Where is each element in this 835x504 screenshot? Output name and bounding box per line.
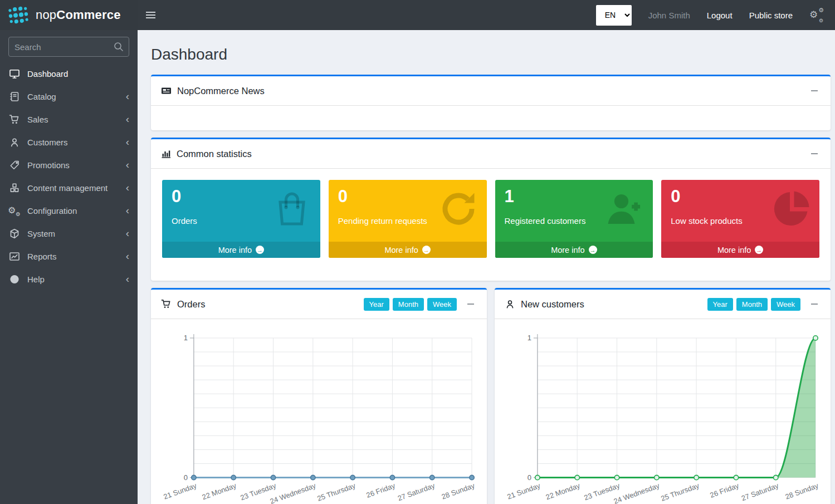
newspaper-icon bbox=[161, 86, 172, 95]
news-panel: NopCommerce News bbox=[151, 75, 831, 130]
collapse-button[interactable] bbox=[808, 85, 821, 97]
chevron-left-icon: ‹ bbox=[126, 228, 129, 240]
svg-text:27 Saturday: 27 Saturday bbox=[740, 481, 780, 502]
collapse-button[interactable] bbox=[808, 298, 821, 310]
svg-text:22 Monday: 22 Monday bbox=[201, 481, 238, 501]
user-name-link[interactable]: John Smith bbox=[648, 11, 690, 20]
news-panel-title: NopCommerce News bbox=[177, 86, 265, 96]
gears-icon: ⚙⚙ bbox=[8, 205, 21, 216]
sidebar-item-content-management[interactable]: Content management ‹ bbox=[0, 177, 138, 199]
arrow-circle-icon: → bbox=[755, 246, 763, 254]
svg-text:26 Friday: 26 Friday bbox=[709, 481, 740, 500]
arrow-circle-icon: → bbox=[589, 246, 597, 254]
new-customers-line-chart: 0121 Sunday22 Monday23 Tuesday24 Wednesd… bbox=[495, 322, 831, 504]
chevron-left-icon: ‹ bbox=[126, 273, 129, 286]
sidebar-toggle-button[interactable] bbox=[138, 0, 163, 30]
svg-text:24 Wednesday: 24 Wednesday bbox=[269, 481, 318, 504]
common-statistics-panel: Common statistics 0 Orders More info → 0… bbox=[151, 138, 831, 281]
chevron-left-icon: ‹ bbox=[126, 159, 129, 172]
new-customers-chart-panel: New customers Year Month Week 0121 Sunda… bbox=[495, 288, 831, 504]
sidebar-item-sales[interactable]: Sales ‹ bbox=[0, 108, 138, 131]
settings-gears-icon[interactable]: ⚙⚙⚙ bbox=[809, 8, 824, 22]
more-info-link[interactable]: More info → bbox=[329, 242, 487, 258]
cart-icon bbox=[161, 299, 172, 309]
user-plus-icon bbox=[603, 189, 645, 231]
svg-text:21 Sunday: 21 Sunday bbox=[506, 481, 541, 501]
orders-chart-panel: Orders Year Month Week 0121 Sunday22 Mon… bbox=[151, 288, 487, 504]
sidebar-item-customers[interactable]: Customers ‹ bbox=[0, 131, 138, 154]
chevron-left-icon: ‹ bbox=[126, 182, 129, 194]
week-button[interactable]: Week bbox=[771, 298, 800, 311]
collapse-button[interactable] bbox=[808, 148, 821, 160]
chevron-left-icon: ‹ bbox=[126, 205, 129, 217]
logout-link[interactable]: Logout bbox=[707, 11, 733, 20]
arrow-circle-icon: → bbox=[422, 246, 431, 254]
rotate-right-icon bbox=[438, 189, 479, 231]
svg-text:0: 0 bbox=[528, 473, 531, 482]
orders-panel-title: Orders bbox=[177, 299, 205, 310]
month-button[interactable]: Month bbox=[393, 298, 424, 311]
cart-icon bbox=[8, 114, 21, 125]
svg-text:24 Wednesday: 24 Wednesday bbox=[613, 481, 661, 504]
cubes-icon bbox=[8, 183, 21, 193]
sidebar-item-help[interactable]: ? Help ‹ bbox=[0, 268, 138, 291]
svg-text:25 Thursday: 25 Thursday bbox=[660, 481, 700, 503]
sidebar-menu: Dashboard Catalog ‹ Sales ‹ Customers ‹ bbox=[0, 62, 138, 291]
arrow-circle-icon: → bbox=[256, 246, 264, 254]
pending-returns-stat-card: 0 Pending return requests More info → bbox=[329, 180, 487, 258]
sidebar-item-system[interactable]: System ‹ bbox=[0, 222, 138, 245]
month-button[interactable]: Month bbox=[736, 298, 768, 311]
search-input[interactable] bbox=[8, 37, 129, 57]
svg-text:27 Saturday: 27 Saturday bbox=[397, 481, 436, 502]
registered-customers-stat-card: 1 Registered customers More info → bbox=[495, 180, 653, 258]
language-select[interactable]: EN bbox=[596, 5, 632, 26]
top-navbar: nopCommerce EN John Smith Logout Public … bbox=[0, 0, 835, 30]
sidebar-item-promotions[interactable]: Promotions ‹ bbox=[0, 154, 138, 177]
chevron-left-icon: ‹ bbox=[126, 114, 129, 126]
svg-text:28 Sunday: 28 Sunday bbox=[784, 481, 820, 501]
year-button[interactable]: Year bbox=[364, 298, 389, 311]
main-content: Dashboard NopCommerce News Common statis… bbox=[138, 30, 835, 504]
pie-chart-icon bbox=[771, 189, 812, 231]
person-icon bbox=[505, 299, 515, 309]
orders-line-chart: 0121 Sunday22 Monday23 Tuesday24 Wednesd… bbox=[151, 322, 487, 504]
brand-logo[interactable]: nopCommerce bbox=[0, 0, 138, 30]
year-button[interactable]: Year bbox=[707, 298, 733, 311]
news-panel-body bbox=[151, 106, 831, 130]
sidebar-item-catalog[interactable]: Catalog ‹ bbox=[0, 85, 138, 108]
nopcommerce-dots-icon bbox=[6, 4, 31, 26]
svg-text:0: 0 bbox=[184, 473, 188, 482]
svg-text:25 Thursday: 25 Thursday bbox=[316, 481, 357, 503]
sidebar-item-dashboard[interactable]: Dashboard bbox=[0, 62, 138, 85]
chevron-left-icon: ‹ bbox=[126, 91, 129, 103]
bar-chart-icon bbox=[161, 149, 171, 158]
question-circle-icon: ? bbox=[8, 274, 21, 285]
orders-stat-card: 0 Orders More info → bbox=[162, 180, 320, 258]
svg-text:?: ? bbox=[13, 276, 16, 282]
chart-line-icon bbox=[8, 251, 21, 262]
svg-text:22 Monday: 22 Monday bbox=[545, 481, 582, 501]
search-icon[interactable] bbox=[113, 41, 124, 52]
chevron-left-icon: ‹ bbox=[126, 136, 129, 149]
collapse-button[interactable] bbox=[465, 298, 477, 310]
more-info-link[interactable]: More info → bbox=[661, 242, 819, 258]
sidebar-item-reports[interactable]: Reports ‹ bbox=[0, 245, 138, 268]
svg-text:26 Friday: 26 Friday bbox=[365, 481, 397, 500]
statistics-panel-title: Common statistics bbox=[177, 149, 252, 159]
svg-text:28 Sunday: 28 Sunday bbox=[441, 481, 476, 501]
new-customers-panel-title: New customers bbox=[521, 299, 584, 310]
dashboard-icon bbox=[8, 68, 21, 79]
week-button[interactable]: Week bbox=[427, 298, 457, 311]
person-icon bbox=[8, 137, 21, 148]
svg-text:1: 1 bbox=[528, 334, 531, 342]
public-store-link[interactable]: Public store bbox=[749, 11, 793, 20]
tag-icon bbox=[8, 160, 21, 170]
low-stock-stat-card: 0 Low stock products More info → bbox=[661, 180, 819, 258]
more-info-link[interactable]: More info → bbox=[495, 242, 653, 258]
brand-name: nopCommerce bbox=[36, 8, 121, 22]
svg-text:1: 1 bbox=[184, 334, 188, 342]
sidebar-item-configuration[interactable]: ⚙⚙ Configuration ‹ bbox=[0, 199, 138, 222]
page-title: Dashboard bbox=[151, 46, 831, 63]
chevron-left-icon: ‹ bbox=[126, 251, 129, 263]
more-info-link[interactable]: More info → bbox=[162, 242, 320, 258]
